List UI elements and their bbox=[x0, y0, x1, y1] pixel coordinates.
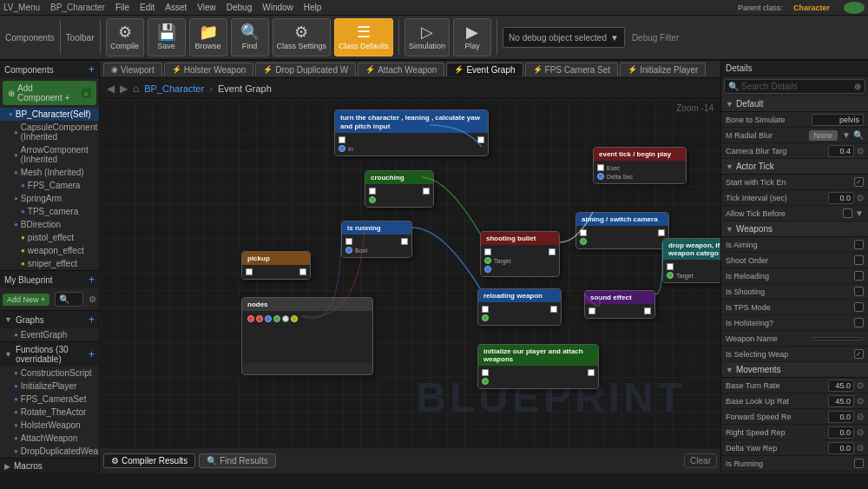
menu-view[interactable]: View bbox=[197, 3, 216, 12]
tab-viewport[interactable]: ◉ Viewport bbox=[103, 63, 162, 76]
prop-at-expand[interactable]: ▼ bbox=[855, 208, 864, 218]
breadcrumb-forward[interactable]: ▶ bbox=[120, 83, 128, 95]
breadcrumb-home[interactable]: ⌂ bbox=[133, 83, 139, 95]
node-cluster-bl[interactable]: nodes bbox=[241, 297, 373, 375]
fn-construction[interactable]: ● ConstructionScript bbox=[0, 367, 99, 380]
fn-holster[interactable]: ● HolsterWeapon bbox=[0, 419, 99, 432]
tab-fps-camera[interactable]: ⚡ FPS Camera Set bbox=[525, 63, 619, 76]
tab-holster[interactable]: ⚡ Holster Weapon bbox=[164, 63, 254, 76]
tab-initialize[interactable]: ⚡ Initialize Player bbox=[620, 63, 706, 76]
simulation-button[interactable]: ▷ Simulation bbox=[404, 18, 450, 56]
breadcrumb-bp[interactable]: BP_Character bbox=[144, 83, 204, 94]
node-aiming[interactable]: aiming / switch camera bbox=[575, 212, 669, 249]
fn-rotate[interactable]: ● Rotate_TheActor bbox=[0, 406, 99, 419]
node-sound-effect[interactable]: sound effect bbox=[584, 290, 655, 319]
component-pistol-effect[interactable]: ● pistol_effect bbox=[0, 231, 99, 244]
menu-asset[interactable]: Asset bbox=[165, 3, 187, 12]
my-blueprint-add[interactable]: + bbox=[89, 274, 95, 286]
bottom-tab-compiler[interactable]: ⚙ Compiler Results bbox=[103, 453, 195, 468]
blueprint-canvas[interactable]: Zoom -14 BLUEPRINT turn the character , … bbox=[100, 99, 720, 447]
menu-file[interactable]: File bbox=[115, 3, 129, 12]
functions-header[interactable]: ▼ Functions (30 overridable) + bbox=[0, 342, 99, 367]
graphs-add[interactable]: + bbox=[89, 314, 95, 326]
prop-bone-value[interactable]: pelvis bbox=[812, 114, 864, 126]
prop-so-cb[interactable] bbox=[854, 255, 864, 265]
graphs-header[interactable]: ▼ Graphs + bbox=[0, 311, 99, 328]
node-initialize[interactable]: initialize our player and attach weapons bbox=[477, 344, 599, 389]
component-sniper-effect[interactable]: ● sniper_effect bbox=[0, 257, 99, 270]
menu-edit[interactable]: Edit bbox=[140, 3, 155, 12]
play-button[interactable]: ▶ Play bbox=[453, 18, 491, 56]
fn-drop-dup[interactable]: ● DropDuplicatedWeapons bbox=[0, 445, 99, 458]
component-weapon-effect[interactable]: ● weapon_effect bbox=[0, 244, 99, 257]
prop-fs-value[interactable]: 0.0 bbox=[828, 411, 854, 423]
prop-rs-value[interactable]: 0.0 bbox=[828, 426, 854, 439]
section-actor-tick[interactable]: ▼ Actor Tick bbox=[721, 159, 868, 175]
node-drop-weapon[interactable]: drop weapon, if we have the same weapon … bbox=[662, 238, 720, 283]
node-reloading[interactable]: reloading weapon bbox=[477, 288, 562, 326]
node-is-running[interactable]: is running Bool bbox=[341, 221, 412, 258]
prop-is-cb[interactable] bbox=[854, 287, 864, 296]
menu-window[interactable]: Window bbox=[262, 3, 293, 12]
prop-bl-value[interactable]: 45.0 bbox=[828, 395, 854, 407]
prop-dy-expand[interactable]: ⊙ bbox=[857, 443, 864, 453]
node-shooting[interactable]: shooting bullet Target bbox=[480, 231, 560, 277]
class-defaults-button[interactable]: ☰ Class Defaults bbox=[334, 18, 393, 56]
macros-header[interactable]: ▶ Macros bbox=[0, 459, 99, 473]
my-blueprint-header[interactable]: My Blueprint + bbox=[0, 271, 99, 288]
prop-isw-cb[interactable]: ✓ bbox=[854, 349, 864, 359]
node-event-tick[interactable]: event tick / begin play Exec Delta Sec bbox=[593, 147, 687, 184]
component-fps-camera[interactable]: ● FPS_Camera bbox=[0, 179, 99, 192]
compile-button[interactable]: ⚙ Compile bbox=[106, 18, 144, 56]
prop-isr-cb[interactable] bbox=[854, 459, 864, 468]
class-settings-button[interactable]: ⚙ Class Settings bbox=[273, 18, 332, 56]
node-turn-character[interactable]: turn the character , leaning , calculate… bbox=[334, 109, 489, 156]
component-springarm[interactable]: ● SpringArm bbox=[0, 192, 99, 205]
blueprint-search[interactable]: 🔍 bbox=[55, 292, 83, 307]
prop-fs-expand[interactable]: ⊙ bbox=[857, 412, 864, 421]
component-bp-character-self[interactable]: ● BP_Character(Self) bbox=[0, 108, 99, 121]
prop-rs-expand[interactable]: ⊙ bbox=[857, 427, 864, 437]
components-add-button[interactable]: + bbox=[89, 63, 95, 76]
search-toggle[interactable]: ⌕ bbox=[82, 89, 91, 98]
components-header[interactable]: Components + bbox=[0, 61, 99, 78]
add-new-button[interactable]: Add New + bbox=[3, 294, 49, 306]
save-button[interactable]: 💾 Save bbox=[148, 18, 186, 56]
tab-drop-dup[interactable]: ⚡ Drop Duplicated W bbox=[255, 63, 356, 76]
component-capsule[interactable]: ● CapsuleComponent (Inherited bbox=[0, 121, 99, 143]
add-component-button[interactable]: ⊕ Add Component + ⌕ bbox=[3, 81, 96, 105]
tab-attach[interactable]: ⚡ Attach Weapon bbox=[358, 63, 444, 76]
breadcrumb-back[interactable]: ◀ bbox=[107, 83, 115, 95]
prop-cbt-expand[interactable]: ⊙ bbox=[857, 146, 864, 155]
menu-help[interactable]: Help bbox=[304, 3, 322, 12]
prop-cbt-value[interactable]: 0.4 bbox=[828, 145, 854, 157]
component-mesh[interactable]: ● Mesh (Inherited) bbox=[0, 166, 99, 179]
prop-it-cb[interactable] bbox=[854, 302, 864, 312]
fn-attach[interactable]: ● AttachWeapon bbox=[0, 432, 99, 445]
prop-radial-search[interactable]: 🔍 bbox=[853, 130, 864, 140]
prop-bt-value[interactable]: 45.0 bbox=[828, 380, 854, 392]
prop-st-checkbox[interactable]: ✓ bbox=[854, 177, 864, 187]
tab-event-graph[interactable]: ⚡ Event Graph bbox=[446, 63, 523, 76]
fn-fps-camera[interactable]: ● FPS_CameraSet bbox=[0, 393, 99, 406]
prop-ia-cb[interactable] bbox=[854, 240, 864, 249]
find-button[interactable]: 🔍 Find bbox=[231, 18, 269, 56]
node-crouching[interactable]: crouching bbox=[365, 170, 434, 208]
prop-dy-value[interactable]: 0.0 bbox=[828, 442, 854, 454]
section-weapons[interactable]: ▼ Weapons bbox=[721, 221, 868, 237]
prop-bl-expand[interactable]: ⊙ bbox=[857, 396, 864, 406]
prop-ir-cb[interactable] bbox=[854, 271, 864, 281]
menu-debug[interactable]: Debug bbox=[227, 3, 252, 12]
browse-button[interactable]: 📁 Browse bbox=[189, 18, 227, 56]
node-pickup[interactable]: pickup bbox=[241, 251, 311, 280]
prop-at-checkbox[interactable] bbox=[843, 208, 852, 218]
component-tps-camera[interactable]: ● TPS_camera bbox=[0, 205, 99, 218]
prop-radial-dropdown[interactable]: ▼ bbox=[842, 130, 851, 140]
fn-initialize-player[interactable]: ● InitializePlayer bbox=[0, 380, 99, 393]
graph-event-graph[interactable]: ● EventGraph bbox=[0, 328, 99, 341]
bottom-tab-find[interactable]: 🔍 Find Results bbox=[199, 453, 276, 468]
prop-ti-value[interactable]: 0.0 bbox=[828, 192, 854, 204]
prop-ti-expand[interactable]: ⊙ bbox=[857, 193, 864, 202]
functions-add[interactable]: + bbox=[89, 348, 95, 360]
debug-filter[interactable]: No debug object selected ▼ bbox=[503, 27, 625, 48]
